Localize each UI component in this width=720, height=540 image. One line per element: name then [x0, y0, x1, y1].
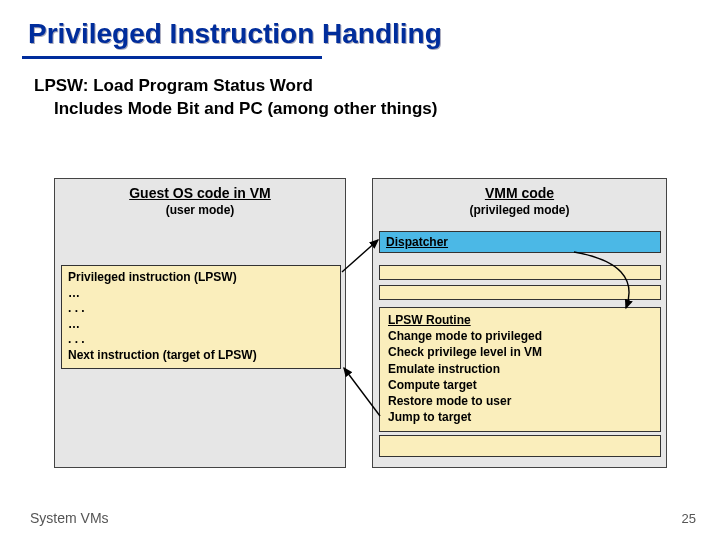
guest-os-mode: (user mode) [55, 203, 345, 217]
vmm-mode: (privileged mode) [373, 203, 666, 217]
vmm-title: VMM code [485, 185, 554, 201]
code-line: Next instruction (target of LPSW) [68, 348, 334, 364]
dispatcher-box: Dispatcher [379, 231, 661, 253]
routine-line: Compute target [388, 377, 652, 393]
vmm-bar1 [379, 265, 661, 280]
routine-heading: LPSW Routine [388, 312, 652, 328]
routine-line: Emulate instruction [388, 361, 652, 377]
guest-os-panel: Guest OS code in VM (user mode) Privileg… [54, 178, 346, 468]
subtitle: LPSW: Load Program Status Word Includes … [0, 59, 720, 121]
code-line: … [68, 286, 334, 302]
page-title: Privileged Instruction Handling [0, 0, 720, 54]
routine-line: Restore mode to user [388, 393, 652, 409]
footer-label: System VMs [30, 510, 109, 526]
code-line: … [68, 317, 334, 333]
page-number: 25 [682, 511, 696, 526]
vmm-bar3 [379, 435, 661, 457]
subtitle-line2: Includes Mode Bit and PC (among other th… [34, 98, 720, 121]
guest-os-header: Guest OS code in VM (user mode) [55, 179, 345, 217]
vmm-bar2 [379, 285, 661, 300]
guest-os-title: Guest OS code in VM [129, 185, 271, 201]
code-line: Privileged instruction (LPSW) [68, 270, 334, 286]
vmm-panel: VMM code (privileged mode) Dispatcher LP… [372, 178, 667, 468]
subtitle-line1: LPSW: Load Program Status Word [34, 76, 313, 95]
vmm-header: VMM code (privileged mode) [373, 179, 666, 217]
code-line: . . . [68, 301, 334, 317]
diagram-area: Guest OS code in VM (user mode) Privileg… [54, 178, 668, 488]
code-line: . . . [68, 332, 334, 348]
guest-code-block: Privileged instruction (LPSW) … . . . … … [61, 265, 341, 369]
routine-line: Change mode to privileged [388, 328, 652, 344]
routine-line: Jump to target [388, 409, 652, 425]
routine-line: Check privilege level in VM [388, 344, 652, 360]
lpsw-routine-box: LPSW Routine Change mode to privileged C… [379, 307, 661, 432]
